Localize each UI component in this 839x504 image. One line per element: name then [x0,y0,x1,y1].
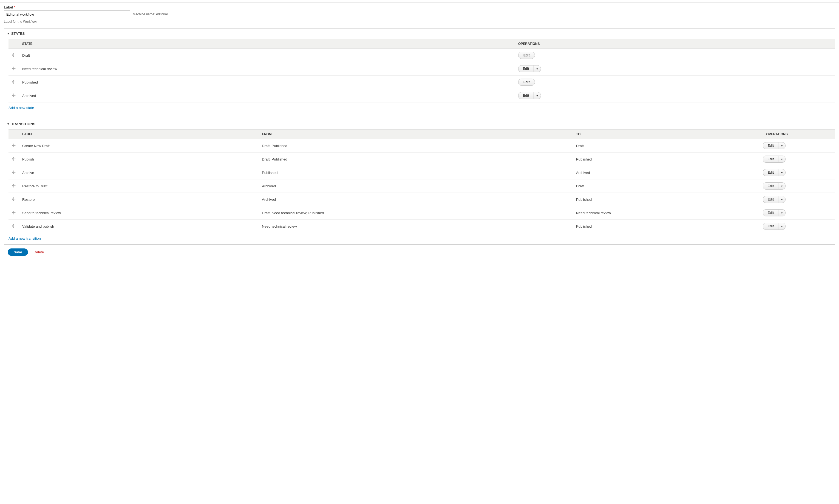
chevron-down-icon: ▼ [781,198,783,201]
form-actions: Save Delete [4,245,835,256]
edit-button[interactable]: Edit [763,142,778,149]
state-name: Draft [19,49,515,62]
transition-row: Restore to DraftArchivedDraftEdit▼ [8,179,835,193]
label-field-label: Label [4,5,13,9]
transitions-header-label: LABEL [19,129,259,139]
dropdown-toggle[interactable]: ▼ [778,156,786,163]
edit-button[interactable]: Edit [763,182,778,190]
transition-label: Restore to Draft [19,179,259,193]
edit-button[interactable]: Edit [518,65,534,72]
chevron-down-icon: ▼ [536,68,538,70]
transitions-header-from: FROM [259,129,573,139]
chevron-down-icon: ▼ [781,172,783,174]
dropdown-toggle[interactable]: ▼ [778,223,786,230]
transition-operations: Edit▼ [763,220,835,233]
add-state-link[interactable]: Add a new state [8,106,34,110]
transition-to: Published [573,152,763,166]
transition-from: Archived [259,193,573,206]
transitions-header-to: TO [573,129,763,139]
transition-from: Draft, Need technical review, Published [259,206,573,220]
transition-to: Draft [573,139,763,152]
state-name: Published [19,76,515,89]
dropdown-toggle[interactable]: ▼ [778,169,786,176]
dropdown-toggle[interactable]: ▼ [534,92,541,99]
edit-button[interactable]: Edit [763,196,778,203]
state-name: Need technical review [19,62,515,76]
states-legend[interactable]: ▼ STATES [4,29,835,39]
machine-name-display: Machine name: editorial [133,12,168,16]
transitions-header-ops: OPERATIONS [763,129,835,139]
transitions-legend[interactable]: ▼ TRANSITIONS [4,119,835,129]
delete-link[interactable]: Delete [33,250,44,254]
state-row: PublishedEdit [8,76,835,89]
transition-to: Need technical review [573,206,763,220]
add-transition-link[interactable]: Add a new transition [8,236,41,240]
dropdown-toggle[interactable]: ▼ [778,196,786,203]
drag-handle-icon[interactable] [12,53,16,57]
transition-operations: Edit▼ [763,139,835,152]
edit-button[interactable]: Edit [763,209,778,216]
dropdown-toggle[interactable]: ▼ [778,209,786,216]
transition-row: Validate and publishNeed technical revie… [8,220,835,233]
transitions-fieldset: ▼ TRANSITIONS LABEL FROM TO OPERATIONS C… [4,119,835,245]
state-operations: Edit [515,49,835,62]
transition-operations: Edit▼ [763,179,835,193]
drag-handle-icon[interactable] [12,144,16,147]
transition-to: Published [573,193,763,206]
label-field-wrapper: Label* Machine name: editorial Label for… [4,5,835,23]
state-name: Archived [19,89,515,103]
label-input[interactable] [4,11,130,18]
transition-to: Archived [573,166,763,179]
transition-row: RestoreArchivedPublishedEdit▼ [8,193,835,206]
drag-handle-icon[interactable] [12,224,16,228]
required-indicator: * [14,5,15,9]
states-table: STATE OPERATIONS DraftEditNeed technical… [8,39,835,103]
transitions-table: LABEL FROM TO OPERATIONS Create New Draf… [8,129,835,233]
drag-handle-icon[interactable] [12,184,16,187]
edit-button[interactable]: Edit [518,78,535,86]
transition-from: Draft, Published [259,139,573,152]
transition-label: Send to technical review [19,206,259,220]
state-operations: Edit [515,76,835,89]
drag-handle-icon[interactable] [12,211,16,215]
chevron-down-icon: ▼ [536,94,538,97]
save-button[interactable]: Save [8,249,28,256]
edit-button[interactable]: Edit [518,92,534,99]
chevron-down-icon: ▼ [781,225,783,228]
transition-operations: Edit▼ [763,193,835,206]
drag-handle-icon[interactable] [12,170,16,174]
transition-label: Archive [19,166,259,179]
edit-button[interactable]: Edit [763,156,778,163]
caret-down-icon: ▼ [7,123,10,125]
dropdown-toggle[interactable]: ▼ [778,142,786,149]
transition-to: Published [573,220,763,233]
transition-operations: Edit▼ [763,166,835,179]
transition-operations: Edit▼ [763,206,835,220]
chevron-down-icon: ▼ [781,158,783,161]
workflow-edit-form: Label* Machine name: editorial Label for… [0,2,839,256]
states-header-state: STATE [19,39,515,49]
transition-row: PublishDraft, PublishedPublishedEdit▼ [8,152,835,166]
state-row: ArchivedEdit▼ [8,89,835,103]
edit-button[interactable]: Edit [518,52,535,59]
caret-down-icon: ▼ [7,32,10,35]
transition-label: Validate and publish [19,220,259,233]
drag-handle-icon[interactable] [12,157,16,161]
transition-from: Need technical review [259,220,573,233]
drag-handle-icon[interactable] [12,93,16,97]
drag-handle-icon[interactable] [12,197,16,201]
dropdown-toggle[interactable]: ▼ [534,65,541,72]
chevron-down-icon: ▼ [781,145,783,147]
edit-button[interactable]: Edit [763,169,778,176]
edit-button[interactable]: Edit [763,223,778,230]
drag-handle-icon[interactable] [12,67,16,70]
chevron-down-icon: ▼ [781,212,783,215]
transitions-title: TRANSITIONS [11,122,35,126]
transition-from: Draft, Published [259,152,573,166]
drag-handle-icon[interactable] [12,80,16,84]
transition-to: Draft [573,179,763,193]
dropdown-toggle[interactable]: ▼ [778,182,786,190]
chevron-down-icon: ▼ [781,185,783,187]
transition-label: Create New Draft [19,139,259,152]
transition-row: Create New DraftDraft, PublishedDraftEdi… [8,139,835,152]
